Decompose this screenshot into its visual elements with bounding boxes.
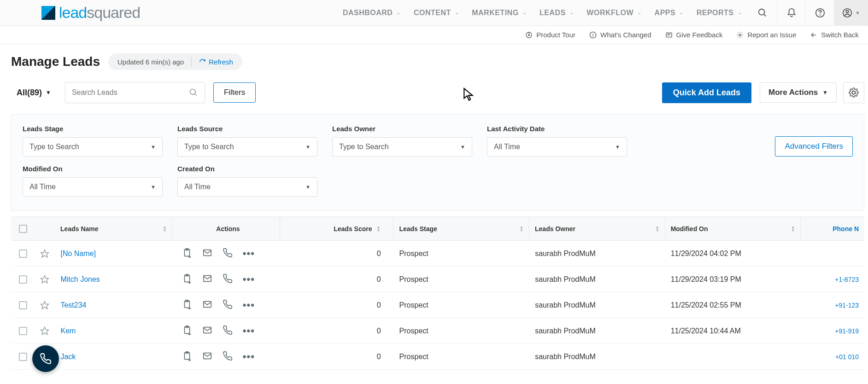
- mail-icon[interactable]: [202, 325, 212, 337]
- row-checkbox[interactable]: [19, 250, 27, 258]
- clipboard-icon[interactable]: [182, 273, 192, 285]
- nav-leads[interactable]: LEADS⌄: [533, 0, 580, 26]
- lead-phone[interactable]: +91-919: [801, 327, 864, 335]
- col-leads-owner[interactable]: Leads Owner▲▼: [529, 217, 665, 241]
- filters-button[interactable]: Filters: [213, 82, 256, 103]
- lead-name-link[interactable]: Mitch Jones: [55, 275, 172, 284]
- subbar-give-feedback[interactable]: Give Feedback: [665, 31, 723, 39]
- clipboard-icon[interactable]: [182, 248, 192, 259]
- filter-select[interactable]: All Time▼: [177, 177, 317, 197]
- col-leads-score[interactable]: Leads Score▲▼: [280, 217, 393, 241]
- phone-icon[interactable]: [223, 248, 233, 259]
- filter-select[interactable]: All Time▼: [487, 137, 627, 157]
- col-leads-name[interactable]: Leads Name▲▼: [55, 217, 172, 241]
- logo[interactable]: leadsquared: [41, 4, 140, 22]
- more-actions-button[interactable]: More Actions▼: [760, 82, 837, 103]
- lead-name-link[interactable]: [No Name]: [55, 250, 172, 258]
- star-icon[interactable]: [35, 249, 55, 259]
- lead-score: 0: [281, 275, 394, 284]
- lead-stage: Prospect: [394, 327, 530, 335]
- subbar-switch-back[interactable]: Switch Back: [810, 31, 859, 39]
- lead-modified: 11/29/2024 03:19 PM: [665, 275, 801, 284]
- lead-stage: Prospect: [394, 250, 530, 258]
- chevron-down-icon: ▼: [151, 144, 156, 150]
- user-menu[interactable]: ▼: [834, 0, 868, 26]
- filter-label: Leads Owner: [332, 125, 472, 133]
- call-fab[interactable]: [32, 345, 59, 370]
- table-row: Jack•••0Prospectsaurabh ProdMuM+01 010: [11, 344, 864, 370]
- star-icon[interactable]: [35, 300, 55, 310]
- quick-add-leads-button[interactable]: Quick Add Leads: [662, 82, 751, 103]
- clipboard-icon[interactable]: [182, 299, 192, 311]
- nav-content[interactable]: CONTENT⌄: [407, 0, 465, 26]
- advanced-filters-button[interactable]: Advanced Filters: [775, 136, 853, 157]
- lead-modified: 11/29/2024 04:02 PM: [665, 250, 801, 258]
- chevron-down-icon: ▼: [46, 89, 51, 96]
- mail-icon[interactable]: [202, 273, 212, 285]
- search-field[interactable]: [72, 88, 189, 97]
- mail-icon[interactable]: [202, 299, 212, 311]
- mail-icon[interactable]: [202, 351, 212, 362]
- search-icon[interactable]: [748, 0, 777, 26]
- star-icon[interactable]: [35, 274, 55, 285]
- filter-select[interactable]: Type to Search▼: [23, 137, 163, 157]
- lead-name-link[interactable]: Kem: [55, 327, 172, 335]
- row-checkbox[interactable]: [19, 353, 27, 361]
- lead-owner: saurabh ProdMuM: [529, 250, 665, 258]
- refresh-button[interactable]: Refresh: [199, 58, 233, 66]
- help-icon[interactable]: [805, 0, 834, 26]
- page-title: Manage Leads: [11, 54, 100, 69]
- nav-marketing[interactable]: MARKETING⌄: [465, 0, 533, 26]
- phone-icon[interactable]: [223, 299, 233, 311]
- mail-icon[interactable]: [202, 248, 212, 259]
- subbar-what-s-changed[interactable]: What's Changed: [589, 31, 651, 39]
- phone-icon[interactable]: [223, 325, 233, 337]
- row-checkbox[interactable]: [19, 301, 27, 309]
- filter-select[interactable]: All Time▼: [23, 177, 163, 197]
- lead-phone[interactable]: +01 010: [801, 353, 864, 361]
- svg-marker-28: [41, 301, 49, 308]
- lead-phone[interactable]: +91-123: [801, 302, 864, 309]
- col-phone[interactable]: Phone N: [801, 225, 864, 233]
- phone-icon[interactable]: [223, 351, 233, 362]
- bell-icon[interactable]: [777, 0, 805, 26]
- row-checkbox[interactable]: [19, 327, 27, 335]
- nav-workflow[interactable]: WORKFLOW⌄: [580, 0, 648, 26]
- col-modified-on[interactable]: Modified On▲▼: [665, 217, 801, 241]
- more-icon[interactable]: •••: [243, 303, 255, 308]
- select-all-checkbox[interactable]: [19, 225, 27, 233]
- clipboard-icon[interactable]: [182, 325, 192, 337]
- phone-icon[interactable]: [223, 273, 233, 285]
- row-checkbox[interactable]: [19, 275, 27, 284]
- subbar-report-an-issue[interactable]: Report an Issue: [736, 31, 796, 39]
- lead-modified: 11/25/2024 10:44 AM: [665, 327, 801, 335]
- filter-select[interactable]: Type to Search▼: [332, 137, 472, 157]
- svg-line-15: [194, 94, 196, 96]
- filter-label: Leads Source: [177, 125, 317, 133]
- lead-score: 0: [281, 353, 394, 361]
- filter-label: Leads Stage: [23, 125, 163, 133]
- more-icon[interactable]: •••: [243, 329, 255, 333]
- lead-name-link[interactable]: Jack: [55, 353, 172, 361]
- more-icon[interactable]: •••: [243, 251, 255, 256]
- lead-name-link[interactable]: Test234: [55, 301, 172, 309]
- filter-select[interactable]: Type to Search▼: [177, 137, 317, 157]
- search-input[interactable]: [65, 82, 205, 103]
- chevron-down-icon: ▼: [151, 184, 156, 190]
- more-icon[interactable]: •••: [243, 355, 255, 359]
- more-icon[interactable]: •••: [243, 277, 255, 282]
- nav-apps[interactable]: APPS⌄: [648, 0, 690, 26]
- star-icon[interactable]: [35, 326, 55, 336]
- nav-dashboard[interactable]: DASHBOARD⌄: [336, 0, 407, 26]
- logo-icon: [41, 6, 55, 20]
- view-selector[interactable]: All(89)▼: [11, 83, 57, 102]
- nav-reports[interactable]: REPORTS⌄: [690, 0, 748, 26]
- settings-button[interactable]: [843, 82, 864, 103]
- lead-phone[interactable]: +1-8723: [801, 276, 864, 283]
- subbar-product-tour[interactable]: Product Tour: [525, 31, 575, 39]
- col-leads-stage[interactable]: Leads Stage▲▼: [393, 217, 529, 241]
- chevron-down-icon: ▼: [822, 89, 828, 96]
- filter-created-on: Created OnAll Time▼: [177, 165, 317, 197]
- clipboard-icon[interactable]: [182, 351, 192, 362]
- lead-owner: saurabh ProdMuM: [529, 327, 665, 335]
